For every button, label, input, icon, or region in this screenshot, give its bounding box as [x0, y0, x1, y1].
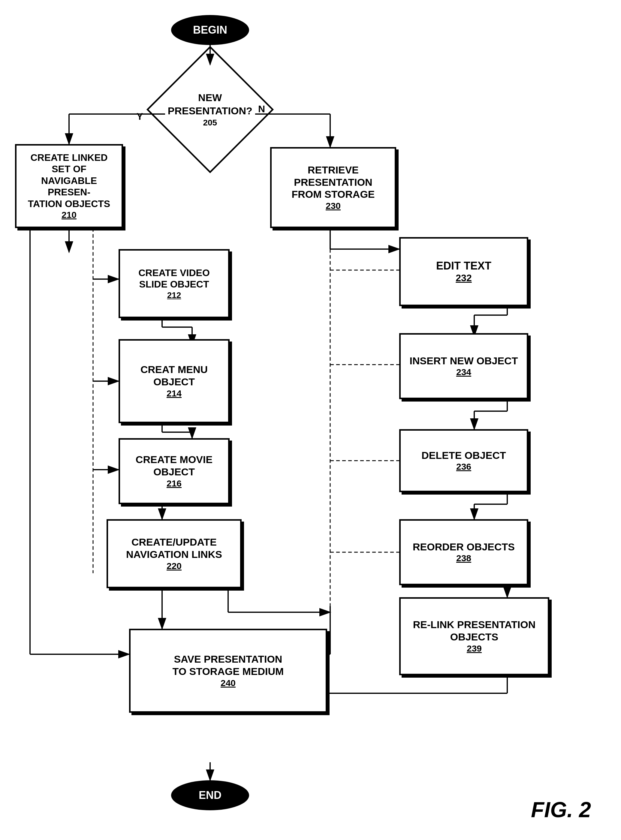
edit-text-node: EDIT TEXT 232	[399, 237, 528, 306]
create-movie-label: CREATE MOVIE OBJECT 216	[136, 454, 212, 489]
relink-number: 239	[413, 643, 536, 654]
create-movie-number: 216	[136, 478, 212, 489]
diamond-label: NEW PRESENTATION? 205	[168, 91, 252, 129]
nav-links-number: 220	[126, 561, 222, 571]
save-label: SAVE PRESENTATION TO STORAGE MEDIUM 240	[173, 653, 284, 689]
y-label: Y	[136, 111, 143, 122]
insert-new-number: 234	[410, 367, 518, 378]
edit-text-number: 232	[436, 272, 491, 284]
create-movie-node: CREATE MOVIE OBJECT 216	[118, 438, 230, 504]
relink-node: RE-LINK PRESENTATION OBJECTS 239	[399, 597, 549, 675]
diamond-number: 205	[168, 117, 252, 128]
retrieve-label: RETRIEVE PRESENTATION FROM STORAGE 230	[278, 164, 389, 211]
insert-new-label: INSERT NEW OBJECT 234	[410, 355, 518, 378]
end-node: END	[171, 780, 249, 810]
create-linked-number: 210	[23, 209, 115, 220]
save-node: SAVE PRESENTATION TO STORAGE MEDIUM 240	[129, 629, 327, 713]
begin-node: BEGIN	[171, 15, 249, 45]
nav-links-node: CREATE/UPDATE NAVIGATION LINKS 220	[106, 519, 242, 588]
relink-label: RE-LINK PRESENTATION OBJECTS 239	[413, 619, 536, 654]
edit-text-label: EDIT TEXT 232	[436, 259, 491, 284]
retrieve-node: RETRIEVE PRESENTATION FROM STORAGE 230	[270, 147, 396, 228]
create-video-node: CREATE VIDEOSLIDE OBJECT 212	[118, 249, 230, 318]
create-linked-node: CREATE LINKED SET OF NAVIGABLE PRESEN- T…	[15, 144, 123, 228]
flowchart-diagram: BEGIN NEW PRESENTATION? 205 Y N CREATE L…	[0, 0, 621, 840]
end-label: END	[199, 789, 221, 802]
nav-links-label: CREATE/UPDATE NAVIGATION LINKS 220	[126, 536, 222, 571]
diamond-node: NEW PRESENTATION? 205	[147, 46, 274, 173]
reorder-objects-label: REORDER OBJECTS 238	[413, 541, 515, 564]
delete-object-number: 236	[421, 461, 506, 472]
create-linked-label: CREATE LINKED SET OF NAVIGABLE PRESEN- T…	[23, 152, 115, 220]
arrows-svg	[0, 0, 621, 840]
insert-new-node: INSERT NEW OBJECT 234	[399, 333, 528, 399]
fig-label: FIG. 2	[531, 798, 591, 822]
retrieve-number: 230	[278, 200, 389, 211]
create-video-label: CREATE VIDEOSLIDE OBJECT 212	[138, 267, 210, 300]
creat-menu-label: CREAT MENU OBJECT 214	[141, 363, 208, 399]
creat-menu-node: CREAT MENU OBJECT 214	[118, 339, 230, 423]
reorder-objects-number: 238	[413, 553, 515, 564]
n-label: N	[258, 103, 265, 115]
creat-menu-number: 214	[141, 388, 208, 399]
create-video-number: 212	[138, 290, 210, 300]
delete-object-node: DELETE OBJECT 236	[399, 429, 528, 492]
save-number: 240	[173, 678, 284, 689]
begin-label: BEGIN	[193, 23, 227, 36]
reorder-objects-node: REORDER OBJECTS 238	[399, 519, 528, 585]
delete-object-label: DELETE OBJECT 236	[421, 449, 506, 472]
